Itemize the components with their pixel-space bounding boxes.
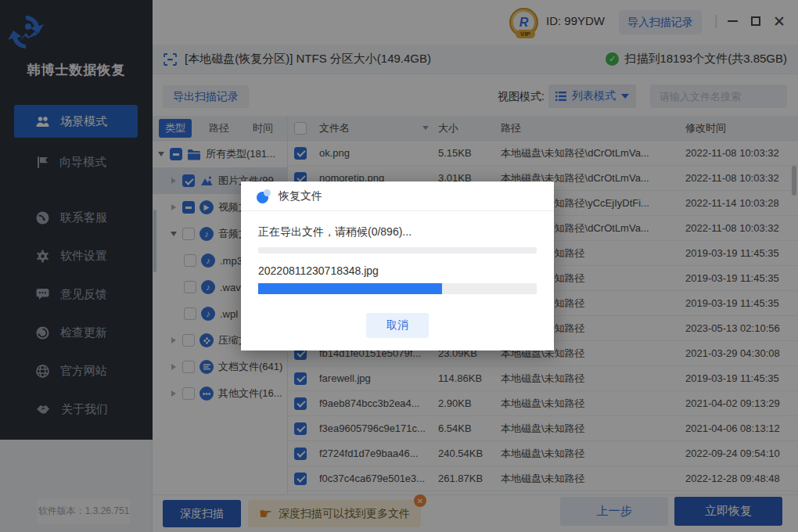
dialog-titlebar: 恢复文件 bbox=[241, 182, 554, 211]
dialog-title: 恢复文件 bbox=[279, 189, 322, 203]
file-progress-fill bbox=[258, 283, 442, 294]
cancel-button[interactable]: 取消 bbox=[366, 313, 429, 338]
file-progress-bar bbox=[258, 283, 537, 294]
overall-progress-bar bbox=[258, 247, 537, 253]
recover-files-dialog: 恢复文件 正在导出文件，请稍候(0/896)... 20220811230718… bbox=[241, 182, 554, 350]
export-status-label: 正在导出文件，请稍候(0/896)... bbox=[258, 225, 537, 239]
loading-spinner-icon bbox=[257, 189, 271, 203]
app-window: 韩博士数据恢复 场景模式 向导模式 联系客服 bbox=[0, 0, 798, 532]
current-filename-label: 20220811230718348.jpg bbox=[258, 264, 537, 277]
